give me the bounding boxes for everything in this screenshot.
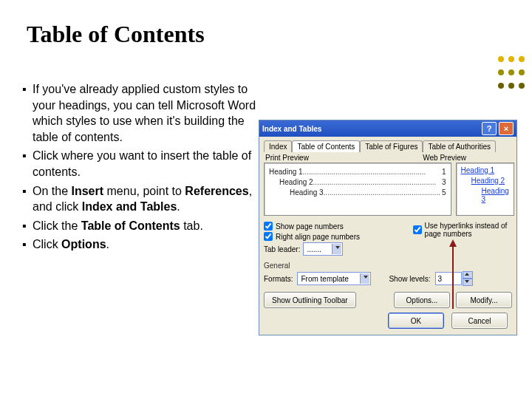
close-button[interactable]: × — [499, 122, 514, 135]
tab-table-of-authorities[interactable]: Table of Authorities — [423, 140, 496, 152]
web-preview-label: Web Preview — [423, 154, 466, 162]
show-page-numbers-checkbox[interactable]: Show page numbers — [264, 222, 400, 231]
right-align-input[interactable] — [264, 232, 273, 241]
formats-label: Formats: — [264, 275, 293, 283]
show-levels-value[interactable]: 3 — [435, 272, 462, 285]
cancel-button[interactable]: Cancel — [451, 313, 508, 329]
show-levels-down[interactable] — [463, 279, 473, 286]
web-preview-pane: Heading 1Heading 2Heading 3 — [456, 163, 514, 216]
bullet-item: ▪Click Options. — [22, 236, 259, 253]
right-align-label: Right align page numbers — [276, 233, 360, 241]
slide-title: Table of Contents — [27, 21, 205, 48]
help-button[interactable]: ? — [482, 122, 497, 135]
bullet-item: ▪Click the Table of Contents tab. — [22, 218, 259, 234]
bullet-item: ▪If you've already applied custom styles… — [22, 81, 259, 145]
use-hyperlinks-label: Use hyperlinks instead of page numbers — [425, 222, 512, 238]
tab-index[interactable]: Index — [264, 140, 292, 152]
formats-value: From template — [301, 275, 348, 283]
dialog-title: Index and Tables — [262, 125, 321, 133]
tab-table-of-figures[interactable]: Table of Figures — [360, 140, 423, 152]
tab-leader-combo[interactable]: ....... — [303, 242, 343, 256]
print-preview-label: Print Preview — [265, 154, 309, 162]
formats-combo[interactable]: From template — [297, 272, 371, 285]
show-levels-up[interactable] — [463, 271, 473, 279]
dialog-tabs: IndexTable of ContentsTable of FiguresTa… — [264, 140, 512, 151]
show-page-numbers-input[interactable] — [264, 222, 273, 231]
bullet-item: ▪Click where you want to insert the tabl… — [22, 148, 259, 180]
index-and-tables-dialog: Index and Tables ? × IndexTable of Conte… — [259, 120, 517, 335]
right-align-checkbox[interactable]: Right align page numbers — [264, 232, 400, 241]
dialog-titlebar: Index and Tables ? × — [259, 120, 516, 137]
instruction-bullets: ▪If you've already applied custom styles… — [22, 81, 259, 256]
decorative-dots — [494, 52, 525, 92]
show-levels-label: Show levels: — [389, 275, 430, 283]
use-hyperlinks-input[interactable] — [413, 225, 422, 234]
show-page-numbers-label: Show page numbers — [276, 222, 344, 231]
general-section-label: General — [264, 262, 512, 270]
show-levels-spinner[interactable]: 3 — [435, 271, 473, 286]
options-button[interactable]: Options... — [394, 292, 450, 308]
tab-leader-label: Tab leader: — [264, 245, 300, 253]
ok-button[interactable]: OK — [388, 313, 444, 329]
bullet-item: ▪On the Insert menu, point to References… — [22, 183, 259, 215]
modify-button[interactable]: Modify... — [456, 292, 512, 308]
show-outlining-toolbar-button[interactable]: Show Outlining Toolbar — [264, 292, 356, 308]
use-hyperlinks-checkbox[interactable]: Use hyperlinks instead of page numbers — [413, 222, 512, 238]
print-preview-pane: Heading 1...............................… — [264, 163, 451, 216]
tab-leader-value: ....... — [307, 245, 321, 253]
tab-table-of-contents[interactable]: Table of Contents — [292, 140, 360, 152]
